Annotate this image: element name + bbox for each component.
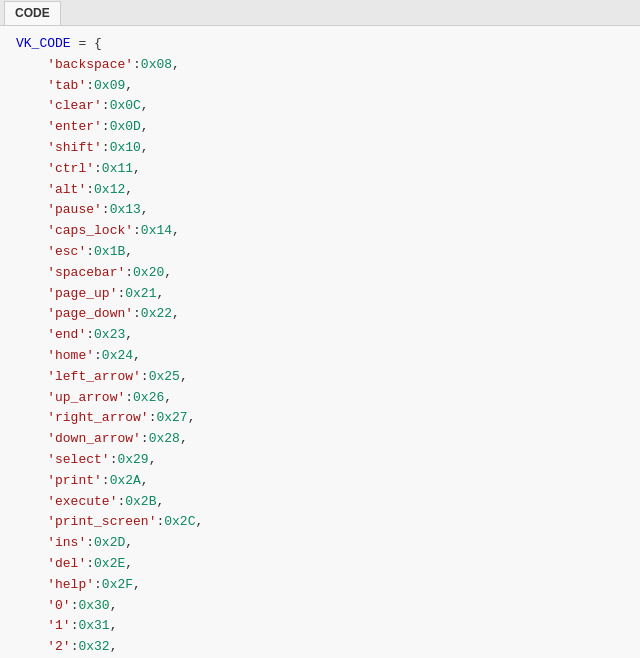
- table-row: 'ins':0x2D,: [16, 533, 624, 554]
- code-block: VK_CODE = { 'backspace':0x08, 'tab':0x09…: [0, 34, 640, 658]
- table-row: 'enter':0x0D,: [16, 117, 624, 138]
- table-row: '2':0x32,: [16, 637, 624, 658]
- table-row: 'tab':0x09,: [16, 76, 624, 97]
- table-row: 'caps_lock':0x14,: [16, 221, 624, 242]
- table-row: 'right_arrow':0x27,: [16, 408, 624, 429]
- table-row: 'down_arrow':0x28,: [16, 429, 624, 450]
- table-row: 'print_screen':0x2C,: [16, 512, 624, 533]
- table-row: 'spacebar':0x20,: [16, 263, 624, 284]
- table-row: 'pause':0x13,: [16, 200, 624, 221]
- table-row: 'home':0x24,: [16, 346, 624, 367]
- table-row: 'ctrl':0x11,: [16, 159, 624, 180]
- table-row: 'select':0x29,: [16, 450, 624, 471]
- table-row: 'page_up':0x21,: [16, 284, 624, 305]
- table-row: 'clear':0x0C,: [16, 96, 624, 117]
- table-row: '1':0x31,: [16, 616, 624, 637]
- table-row: 'help':0x2F,: [16, 575, 624, 596]
- table-row: 'alt':0x12,: [16, 180, 624, 201]
- table-row: 'backspace':0x08,: [16, 55, 624, 76]
- table-row: 'up_arrow':0x26,: [16, 388, 624, 409]
- table-row: 'end':0x23,: [16, 325, 624, 346]
- table-row: 'print':0x2A,: [16, 471, 624, 492]
- code-header-line: VK_CODE = {: [16, 34, 624, 55]
- table-row: 'execute':0x2B,: [16, 492, 624, 513]
- table-row: 'esc':0x1B,: [16, 242, 624, 263]
- tab-bar: CODE: [0, 0, 640, 26]
- code-container[interactable]: VK_CODE = { 'backspace':0x08, 'tab':0x09…: [0, 26, 640, 658]
- table-row: '0':0x30,: [16, 596, 624, 617]
- tab-code-label: CODE: [15, 6, 50, 20]
- table-row: 'shift':0x10,: [16, 138, 624, 159]
- table-row: 'page_down':0x22,: [16, 304, 624, 325]
- tab-code[interactable]: CODE: [4, 1, 61, 25]
- table-row: 'left_arrow':0x25,: [16, 367, 624, 388]
- table-row: 'del':0x2E,: [16, 554, 624, 575]
